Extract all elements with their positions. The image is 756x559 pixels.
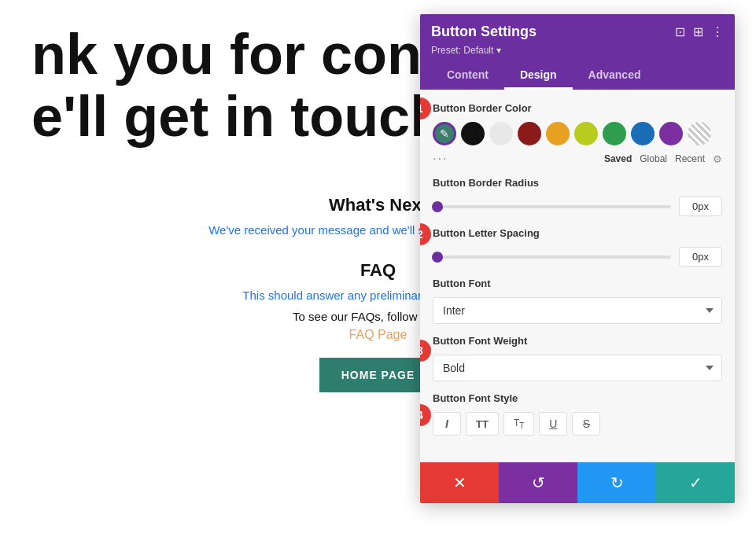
color-swatch-purple[interactable] <box>659 122 683 145</box>
panel-preset[interactable]: Preset: Default ▾ <box>431 45 724 56</box>
badge-1: 1 <box>420 97 431 120</box>
tab-design[interactable]: Design <box>504 62 573 90</box>
capitalize-btn[interactable]: TT <box>503 412 534 436</box>
home-page-button[interactable]: HOME PAGE <box>319 358 437 392</box>
underline-btn[interactable]: U <box>539 412 567 436</box>
color-settings-icon[interactable]: ⚙ <box>713 153 722 165</box>
confirm-button[interactable]: ✓ <box>656 462 735 503</box>
preset-chevron-icon: ▾ <box>496 45 501 56</box>
badge-4: 4 <box>420 404 431 426</box>
color-swatch-black[interactable] <box>461 122 485 145</box>
letter-spacing-slider-row: 0px <box>433 247 722 267</box>
font-label: Button Font <box>433 278 722 289</box>
color-swatch-row: ✎ <box>433 122 722 145</box>
border-radius-thumb[interactable] <box>432 201 443 212</box>
font-weight-label: Button Font Weight <box>433 335 722 347</box>
global-tab[interactable]: Global <box>640 153 667 164</box>
color-swatch-yellow-green[interactable] <box>574 122 598 145</box>
font-style-label: Button Font Style <box>433 392 722 404</box>
more-colors-dots[interactable]: ··· <box>433 152 448 166</box>
color-swatch-striped[interactable] <box>688 122 711 145</box>
letter-spacing-track[interactable] <box>433 256 671 259</box>
font-weight-select[interactable]: Thin Light Regular Bold Extra Bold <box>433 355 722 381</box>
uppercase-btn[interactable]: TT <box>466 412 499 436</box>
preset-label: Preset: Default <box>431 45 493 56</box>
color-row-extras: ··· Saved Global Recent ⚙ <box>433 152 722 166</box>
letter-spacing-label: Button Letter Spacing <box>433 227 722 239</box>
border-radius-slider-row: 0px <box>433 197 722 216</box>
recent-tab[interactable]: Recent <box>675 153 705 164</box>
cancel-button[interactable]: ✕ <box>420 462 499 503</box>
saved-tab[interactable]: Saved <box>604 153 632 164</box>
italic-btn[interactable]: I <box>433 412 461 436</box>
font-section: Button Font Inter Arial Roboto Open Sans <box>433 278 722 324</box>
panel-body: 1 Button Border Color ✎ ··· <box>420 90 735 462</box>
pencil-icon: ✎ <box>440 127 449 140</box>
border-radius-track[interactable] <box>433 205 671 208</box>
border-color-label: Button Border Color <box>433 102 722 114</box>
border-radius-value[interactable]: 0px <box>679 197 722 216</box>
resize-icon[interactable]: ⊡ <box>675 24 685 39</box>
panel-header-top: Button Settings ⊡ ⊞ ⋮ <box>431 24 724 40</box>
border-radius-section: Button Border Radius 0px <box>433 177 722 216</box>
color-swatch-blue[interactable] <box>631 122 655 145</box>
font-weight-section: Button Font Weight Thin Light Regular Bo… <box>433 335 722 381</box>
panel-tabs: Content Design Advanced <box>431 62 724 90</box>
color-swatch-red-dark[interactable] <box>518 122 541 145</box>
letter-spacing-thumb[interactable] <box>432 252 443 263</box>
badge-2: 2 <box>420 223 431 245</box>
panel-header: Button Settings ⊡ ⊞ ⋮ Preset: Default ▾ … <box>420 14 735 90</box>
strikethrough-btn[interactable]: S <box>572 412 600 436</box>
tab-advanced[interactable]: Advanced <box>573 62 657 90</box>
panel-title: Button Settings <box>431 24 537 40</box>
color-swatch-active[interactable]: ✎ <box>433 122 456 145</box>
badge-3: 3 <box>420 340 431 362</box>
more-options-icon[interactable]: ⋮ <box>711 24 724 39</box>
undo-button[interactable]: ↺ <box>499 462 577 503</box>
letter-spacing-value[interactable]: 0px <box>679 247 722 267</box>
font-select[interactable]: Inter Arial Roboto Open Sans <box>433 297 722 324</box>
border-color-section: Button Border Color ✎ ··· Saved <box>433 102 722 166</box>
button-settings-panel: Button Settings ⊡ ⊞ ⋮ Preset: Default ▾ … <box>420 14 735 503</box>
border-radius-label: Button Border Radius <box>433 177 722 189</box>
letter-spacing-section: Button Letter Spacing 0px <box>433 227 722 267</box>
color-tabs: Saved Global Recent ⚙ <box>604 153 722 165</box>
font-style-buttons: I TT TT U S <box>433 412 722 436</box>
color-swatch-green[interactable] <box>603 122 626 145</box>
color-swatch-white[interactable] <box>489 122 513 145</box>
panel-header-icons: ⊡ ⊞ ⋮ <box>675 24 724 39</box>
color-swatch-orange[interactable] <box>546 122 570 145</box>
panel-footer: ✕ ↺ ↻ ✓ <box>420 462 735 503</box>
tab-content[interactable]: Content <box>431 62 504 90</box>
redo-button[interactable]: ↻ <box>577 462 656 503</box>
grid-icon[interactable]: ⊞ <box>693 24 703 39</box>
font-style-section: Button Font Style I TT TT U S <box>433 392 722 436</box>
